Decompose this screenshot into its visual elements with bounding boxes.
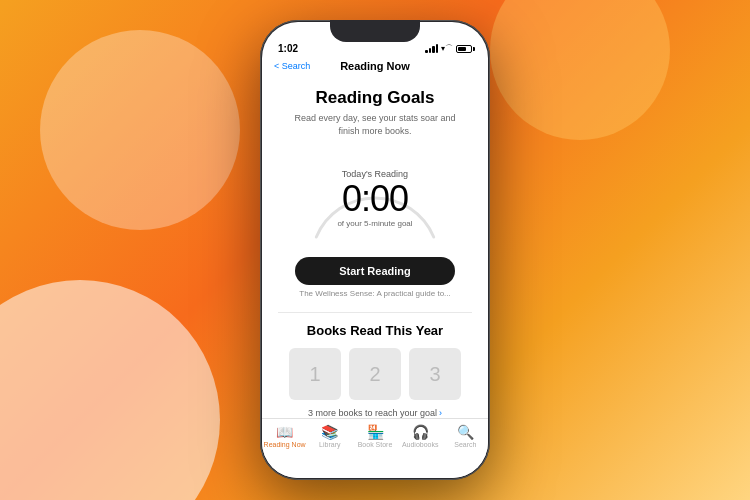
- tab-book-store[interactable]: 🏪 Book Store: [352, 425, 397, 448]
- start-reading-button[interactable]: Start Reading: [295, 257, 455, 285]
- search-label: Search: [454, 441, 476, 448]
- notch: [330, 20, 420, 42]
- bg-blob-1: [0, 280, 220, 500]
- bg-blob-3: [490, 0, 670, 140]
- phone-wrapper: 1:02 ▾⌒ < Search Reading: [260, 20, 490, 480]
- wifi-icon: ▾⌒: [441, 43, 453, 54]
- status-time: 1:02: [278, 43, 298, 54]
- tab-audiobooks[interactable]: 🎧 Audiobooks: [398, 425, 443, 448]
- back-button[interactable]: < Search: [274, 61, 310, 71]
- book-slot-3: 3: [409, 348, 461, 400]
- book-store-icon: 🏪: [367, 425, 384, 439]
- search-icon: 🔍: [457, 425, 474, 439]
- goal-chevron-icon: ›: [439, 408, 442, 418]
- nav-title: Reading Now: [340, 60, 410, 72]
- phone-shell: 1:02 ▾⌒ < Search Reading: [260, 20, 490, 480]
- book-slot-1: 1: [289, 348, 341, 400]
- book-slot-2: 2: [349, 348, 401, 400]
- books-row: 1 2 3: [289, 348, 461, 400]
- reading-now-label: Reading Now: [264, 441, 306, 448]
- library-label: Library: [319, 441, 340, 448]
- nav-header: < Search Reading Now: [262, 58, 488, 78]
- main-content: Reading Goals Read every day, see your s…: [262, 78, 488, 418]
- book-store-label: Book Store: [358, 441, 393, 448]
- bg-blob-2: [40, 30, 240, 230]
- timer-value: 0:00: [342, 181, 408, 217]
- audiobooks-icon: 🎧: [412, 425, 429, 439]
- timer-goal: of your 5-minute goal: [337, 219, 412, 228]
- books-section-title: Books Read This Year: [307, 323, 443, 338]
- divider: [278, 312, 472, 313]
- tab-library[interactable]: 📚 Library: [307, 425, 352, 448]
- status-icons: ▾⌒: [425, 43, 472, 54]
- phone-screen: 1:02 ▾⌒ < Search Reading: [262, 22, 488, 478]
- tab-reading-now[interactable]: 📖 Reading Now: [262, 425, 307, 448]
- reading-goals-subtitle: Read every day, see your stats soar and …: [278, 112, 472, 137]
- library-icon: 📚: [321, 425, 338, 439]
- battery-icon: [456, 45, 472, 53]
- goal-text[interactable]: 3 more books to reach your goal ›: [308, 408, 442, 418]
- tab-search[interactable]: 🔍 Search: [443, 425, 488, 448]
- timer-container: Today's Reading 0:00 of your 5-minute go…: [300, 149, 450, 247]
- reading-goals-heading: Reading Goals: [315, 88, 434, 108]
- audiobooks-label: Audiobooks: [402, 441, 439, 448]
- signal-icon: [425, 44, 438, 53]
- book-subtitle: The Wellness Sense: A practical guide to…: [299, 289, 451, 298]
- reading-now-icon: 📖: [276, 425, 293, 439]
- tab-bar: 📖 Reading Now 📚 Library 🏪 Book Store 🎧 A…: [262, 418, 488, 478]
